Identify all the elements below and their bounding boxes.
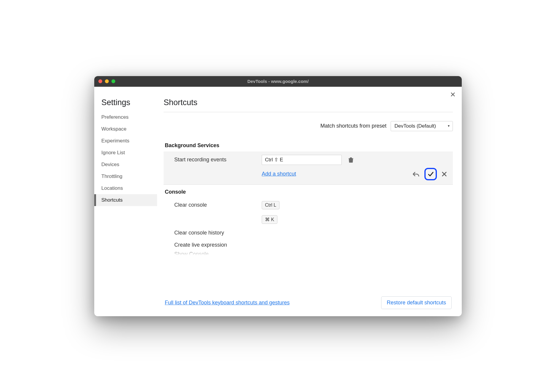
preset-label: Match shortcuts from preset [320, 123, 386, 129]
sidebar-item-devices[interactable]: Devices [94, 159, 157, 171]
close-settings-button[interactable] [450, 92, 455, 97]
shortcut-edit-row: Start recording events Add a shortcut [164, 152, 453, 185]
titlebar: DevTools - www.google.com/ [94, 76, 462, 87]
delete-shortcut-button[interactable] [348, 157, 354, 163]
sidebar-item-ignore-list[interactable]: Ignore List [94, 147, 157, 159]
settings-sidebar: Settings Preferences Workspace Experimen… [94, 87, 157, 316]
full-shortcut-list-link[interactable]: Full list of DevTools keyboard shortcuts… [165, 300, 290, 306]
shortcut-chip: Ctrl L [262, 201, 279, 209]
sidebar-item-throttling[interactable]: Throttling [94, 171, 157, 182]
shortcut-list: Background Services Start recording even… [164, 141, 453, 291]
preset-row: Match shortcuts from preset DevTools (De… [164, 112, 453, 141]
shortcut-row: Clear console Ctrl L [164, 198, 453, 212]
section-console: Console [164, 185, 453, 198]
maximize-window-button[interactable] [111, 79, 115, 83]
shortcut-row: Clear console history [164, 227, 453, 239]
action-label: Clear console [174, 202, 262, 208]
cancel-shortcut-button[interactable] [440, 170, 448, 178]
minimize-window-button[interactable] [105, 79, 109, 83]
action-label: Clear console history [174, 230, 262, 236]
shortcut-input[interactable] [262, 155, 342, 165]
settings-content: Settings Preferences Workspace Experimen… [94, 87, 462, 316]
confirm-shortcut-button[interactable] [424, 168, 437, 180]
sidebar-item-workspace[interactable]: Workspace [94, 123, 157, 135]
section-background-services: Background Services [164, 141, 453, 152]
page-title: Shortcuts [164, 98, 453, 112]
window-controls [94, 79, 115, 83]
add-shortcut-link[interactable]: Add a shortcut [262, 171, 296, 177]
undo-icon[interactable] [411, 170, 421, 178]
shortcut-row-cutoff: Show Console [164, 251, 453, 256]
window-title: DevTools - www.google.com/ [94, 79, 462, 84]
sidebar-item-locations[interactable]: Locations [94, 182, 157, 194]
close-window-button[interactable] [98, 79, 102, 83]
footer: Full list of DevTools keyboard shortcuts… [164, 291, 453, 316]
sidebar-item-experiments[interactable]: Experiments [94, 135, 157, 147]
shortcut-row: Create live expression [164, 239, 453, 251]
shortcut-chip: ⌘ K [262, 215, 277, 224]
devtools-settings-window: DevTools - www.google.com/ Settings Pref… [94, 76, 462, 316]
sidebar-item-preferences[interactable]: Preferences [94, 111, 157, 123]
preset-select[interactable]: DevTools (Default) [391, 121, 453, 131]
shortcut-row: ⌘ K [164, 212, 453, 227]
action-label: Create live expression [174, 242, 262, 248]
action-label: Start recording events [174, 157, 262, 163]
sidebar-title: Settings [94, 98, 157, 111]
sidebar-item-shortcuts[interactable]: Shortcuts [94, 194, 157, 206]
restore-defaults-button[interactable]: Restore default shortcuts [381, 296, 452, 309]
main-panel: Shortcuts Match shortcuts from preset De… [157, 87, 462, 316]
